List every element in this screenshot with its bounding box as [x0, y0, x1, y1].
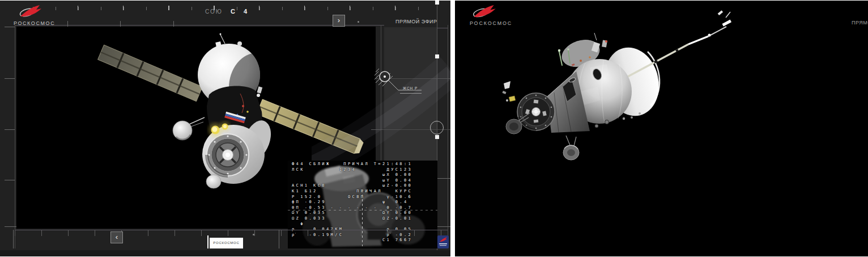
telemetry-row: θП -0.53 - - - - - - θ -0.7 — [292, 205, 437, 211]
watermark-bar — [207, 235, 209, 248]
chevron-right-icon: › — [338, 16, 340, 24]
grid-tick — [5, 27, 15, 27]
telemetry-row: ΩZ 0.033 ΩZ-0.01 — [292, 216, 437, 222]
top-ruler-major-ticks — [78, 6, 440, 10]
header-dot — [358, 21, 359, 23]
crosshair-marker-icon — [371, 63, 428, 96]
footer-dot — [253, 234, 254, 235]
roscosmos-logo-icon — [17, 4, 43, 19]
telemetry-row: ЛСК 1234 ДУС123 — [292, 167, 437, 173]
telemetry-row: АСН1 КСВ ωZ-0.00 — [292, 183, 437, 189]
frame-divider — [450, 0, 455, 257]
chevron-left-icon: ‹ — [116, 233, 118, 241]
telemetry-row: Р 152.0 ОСВП γ-10.6 — [292, 195, 437, 200]
next-camera-button[interactable]: › — [333, 15, 345, 27]
right-video-frame: РОСКОСМОС ПРЯМОЙ ЭФИР — [455, 1, 868, 256]
panel-handle — [435, 135, 439, 139]
telestudio-badge — [437, 235, 449, 248]
telestudio-logo-icon — [437, 235, 449, 248]
telemetry-row: фП -0.29 ψ 0.4 — [292, 200, 437, 205]
grid-tick — [5, 78, 15, 79]
live-badge: ПРЯМОЙ ЭФИР — [395, 19, 437, 24]
live-badge-clipped: ПРЯМОЙ ЭФИР — [852, 20, 868, 26]
panel-handle — [435, 54, 439, 58]
telemetry-row: ωX 0.00 — [292, 172, 437, 178]
soyuz-spacecraft-side — [455, 1, 868, 256]
panel-grid-line — [448, 25, 448, 248]
callout-underline — [400, 93, 422, 94]
left-video-frame: РОСКОСМОС СОЮ С 4 › ПРЯМОЙ ЭФИР — [0, 1, 450, 256]
telemetry-row: ΩY 0.035 ΩY 0.00 — [292, 210, 437, 216]
roscosmos-watermark-button[interactable]: РОСКОСМОС — [210, 238, 243, 248]
target-circle — [430, 121, 444, 134]
telemetry-row: К1 Б12 ПРИЧАЛ КУРС — [292, 189, 437, 195]
prev-camera-button[interactable]: ‹ — [110, 231, 123, 243]
telemetry-row: Ф44 СБЛИЖ ПРИЧАЛ Т=21:48:1 — [292, 162, 437, 167]
roscosmos-logo-icon — [470, 4, 497, 19]
roscosmos-wordmark: РОСКОСМОС — [470, 20, 512, 26]
telemetry-row: ωY 0.04 — [292, 178, 437, 184]
left-grid-line — [15, 25, 15, 248]
grid-tick — [5, 180, 15, 180]
telemetry-row: С1 7667 — [292, 238, 437, 243]
header-rule — [15, 25, 384, 26]
footer-tick-tall — [13, 230, 14, 248]
broadcast-composite: РОСКОСМОС СОЮ С 4 › ПРЯМОЙ ЭФИР — [0, 0, 868, 257]
panel-handle — [435, 1, 439, 5]
footer-tick-tall — [279, 230, 279, 248]
mission-title: С 4 — [231, 8, 250, 15]
mission-title-dim: СОЮ — [205, 9, 223, 15]
callout-label: ЖСН Р — [403, 86, 418, 90]
footer-ticks — [15, 230, 448, 236]
bottom-strip — [0, 250, 450, 256]
grid-tick — [5, 129, 15, 130]
telemetry-row: Φ — [292, 222, 437, 227]
